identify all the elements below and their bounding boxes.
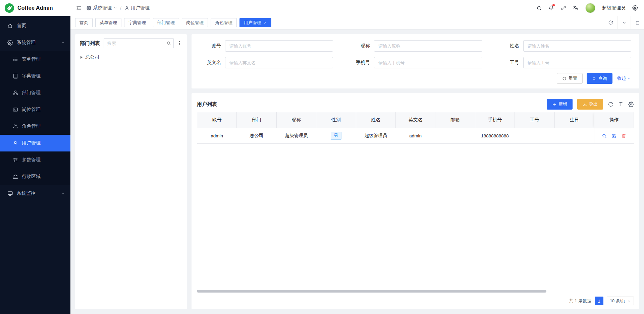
- global-search-button[interactable]: [536, 5, 542, 11]
- column-settings-button[interactable]: [628, 102, 634, 107]
- sidebar-collapse-button[interactable]: [76, 5, 82, 11]
- search-form-grid: 账号 昵称 姓名 英文名: [200, 40, 631, 68]
- params-sliders-icon: [13, 157, 18, 163]
- sidebar-item-label: 首页: [17, 23, 26, 29]
- cell-name: 超级管理员: [356, 128, 395, 144]
- phone-input[interactable]: [374, 57, 482, 68]
- page-content: 部门列表 总公司: [70, 29, 644, 314]
- english-name-input[interactable]: [225, 57, 333, 68]
- search-icon: [592, 76, 596, 81]
- cell-operations: [594, 128, 634, 144]
- main-area: 系统管理 / 用户管理: [70, 0, 644, 314]
- table-body: admin 总公司 超级管理员 男 超级管理员 admin 1888888888…: [197, 128, 634, 144]
- settings-button[interactable]: [632, 5, 638, 11]
- header-row: 账号 部门 昵称 性别 姓名 英文名 邮箱 手机号 工号 生日 操作: [197, 112, 634, 128]
- tab-dropdown-button[interactable]: [617, 16, 631, 29]
- view-button[interactable]: [602, 133, 607, 138]
- row-density-button[interactable]: [618, 102, 624, 107]
- notification-dot: [552, 4, 555, 6]
- name-input[interactable]: [523, 40, 631, 52]
- page-1-button[interactable]: 1: [595, 297, 603, 305]
- department-more-button[interactable]: [177, 41, 182, 46]
- column-header-phone: 手机号: [475, 112, 515, 128]
- export-button[interactable]: 导出: [577, 99, 603, 110]
- tree-caret-icon[interactable]: [80, 56, 83, 59]
- query-button[interactable]: 查询: [587, 73, 612, 84]
- field-label: 英文名: [200, 60, 221, 66]
- user-avatar[interactable]: [585, 3, 595, 13]
- nickname-input[interactable]: [374, 40, 482, 52]
- tab-role-management[interactable]: 角色管理: [211, 18, 237, 27]
- sidebar-item-menu-management[interactable]: 菜单管理: [0, 51, 70, 68]
- sidebar-item-param-management[interactable]: 参数管理: [0, 151, 70, 168]
- notifications-button[interactable]: [548, 5, 554, 11]
- sidebar-item-user-management[interactable]: 用户管理: [0, 135, 70, 151]
- cell-english-name: admin: [395, 128, 435, 144]
- add-user-button[interactable]: 新增: [547, 99, 573, 110]
- field-work-id: 工号: [498, 57, 631, 68]
- tab-maximize-button[interactable]: [631, 16, 644, 29]
- collapse-link-label: 收起: [617, 75, 626, 81]
- column-header-birthday: 生日: [554, 112, 594, 128]
- field-account: 账号: [200, 40, 333, 52]
- reset-button[interactable]: 重置: [557, 73, 583, 84]
- tab-label: 部门管理: [157, 20, 175, 26]
- sidebar-item-label: 菜单管理: [22, 56, 41, 62]
- fullscreen-button[interactable]: [561, 5, 566, 11]
- edit-button[interactable]: [611, 133, 616, 138]
- collapse-form-link[interactable]: 收起: [617, 75, 631, 81]
- scrollbar-thumb[interactable]: [197, 290, 546, 293]
- sidebar-group-system-management[interactable]: 系统管理: [0, 34, 70, 51]
- department-search-button[interactable]: [164, 38, 174, 48]
- column-header-department: 部门: [237, 112, 276, 128]
- sidebar-item-region-management[interactable]: 行政区域: [0, 168, 70, 185]
- language-button[interactable]: [573, 5, 579, 11]
- field-nickname: 昵称: [348, 40, 482, 52]
- refresh-icon: [608, 102, 613, 107]
- tab-dict-management[interactable]: 字典管理: [124, 18, 150, 27]
- tab-user-management[interactable]: 用户管理: [239, 18, 271, 27]
- department-search-input[interactable]: [104, 38, 164, 48]
- sidebar-item-label: 岗位管理: [22, 107, 41, 113]
- user-icon: [124, 6, 129, 10]
- header-actions: 超级管理员: [536, 3, 638, 13]
- sidebar-item-role-management[interactable]: 角色管理: [0, 118, 70, 135]
- tab-home[interactable]: 首页: [75, 18, 93, 27]
- row-operations: [594, 133, 634, 138]
- delete-button[interactable]: [621, 133, 626, 138]
- tab-dept-management[interactable]: 部门管理: [153, 18, 179, 27]
- table-row[interactable]: admin 总公司 超级管理员 男 超级管理员 admin 1888888888…: [197, 128, 634, 144]
- cell-gender: 男: [316, 128, 356, 144]
- work-id-input[interactable]: [523, 57, 631, 68]
- app-logo[interactable]: Coffee Admin: [0, 0, 70, 16]
- fullscreen-icon: [561, 5, 566, 11]
- sidebar-item-dict-management[interactable]: 字典管理: [0, 68, 70, 84]
- table-refresh-button[interactable]: [608, 102, 613, 107]
- search-form-card: 账号 昵称 姓名 英文名: [192, 34, 639, 88]
- current-username[interactable]: 超级管理员: [602, 5, 626, 11]
- sidebar-item-post-management[interactable]: 岗位管理: [0, 101, 70, 118]
- tree-node-head-office[interactable]: 总公司: [80, 53, 182, 62]
- page-size-select[interactable]: 10 条/页: [607, 297, 634, 305]
- search-icon: [166, 41, 171, 46]
- pagination: 共 1 条数据 1 10 条/页: [197, 295, 634, 306]
- tab-label: 用户管理: [244, 20, 261, 26]
- field-phone: 手机号: [348, 57, 482, 68]
- table-actions: 新增 导出: [547, 99, 634, 110]
- field-label: 昵称: [348, 43, 370, 49]
- tab-post-management[interactable]: 岗位管理: [182, 18, 208, 27]
- close-icon[interactable]: [264, 21, 267, 24]
- reset-button-label: 重置: [569, 75, 577, 81]
- account-input[interactable]: [225, 40, 333, 52]
- sidebar-item-dept-management[interactable]: 部门管理: [0, 84, 70, 101]
- sidebar-group-system-monitor[interactable]: 系统监控: [0, 185, 70, 202]
- sidebar-item-home[interactable]: 首页: [0, 17, 70, 34]
- sidebar-item-label: 参数管理: [22, 157, 41, 163]
- gear-icon: [628, 102, 634, 107]
- tab-refresh-button[interactable]: [604, 16, 617, 29]
- field-label: 账号: [200, 43, 221, 49]
- breadcrumb-item-system[interactable]: 系统管理: [87, 5, 117, 11]
- tab-menu-management[interactable]: 菜单管理: [95, 18, 121, 27]
- export-button-label: 导出: [589, 101, 598, 107]
- field-english-name: 英文名: [200, 57, 333, 68]
